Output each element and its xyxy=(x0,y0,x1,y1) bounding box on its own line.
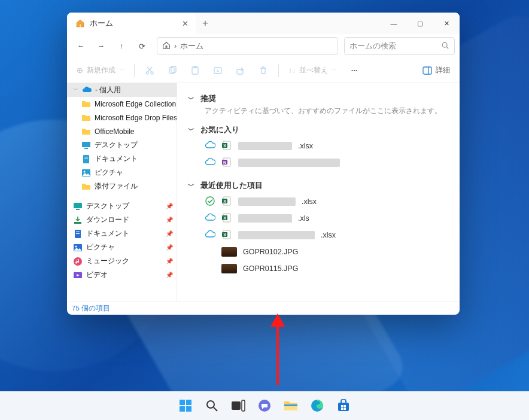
maximize-button[interactable]: ▢ xyxy=(407,13,433,34)
file-ext: .xlsx xyxy=(302,197,317,206)
minimize-button[interactable]: ― xyxy=(381,13,407,34)
chevron-down-icon: ﹀ xyxy=(332,66,337,74)
section-header[interactable]: ﹀お気に入り xyxy=(188,125,449,135)
sidebar-item[interactable]: デスクトップ xyxy=(67,138,177,152)
search-input[interactable]: ホームの検索 xyxy=(344,37,455,55)
svg-rect-51 xyxy=(186,406,191,412)
svg-rect-24 xyxy=(76,232,80,232)
sidebar-item[interactable]: ドキュメント📌 xyxy=(67,227,177,241)
cloud-icon xyxy=(205,140,215,153)
tab-home[interactable]: ホーム ✕ xyxy=(67,13,196,34)
taskbar-search[interactable] xyxy=(203,397,220,414)
pin-icon: 📌 xyxy=(166,217,173,223)
sidebar-item[interactable]: Microsoft Edge Collection xyxy=(67,97,177,111)
sidebar-item[interactable]: 添付ファイル xyxy=(67,179,177,193)
refresh-button[interactable]: ⟳ xyxy=(133,37,151,55)
new-tab-button[interactable]: + xyxy=(196,17,215,29)
file-ext: .xlsx xyxy=(298,142,313,150)
taskbar-chat[interactable] xyxy=(256,397,273,414)
svg-text:A: A xyxy=(216,68,220,74)
copy-button[interactable] xyxy=(162,62,183,80)
sidebar-item[interactable]: ピクチャ📌 xyxy=(67,241,177,254)
cut-button[interactable] xyxy=(139,62,160,80)
new-label: 新規作成 xyxy=(87,65,115,75)
close-button[interactable]: ✕ xyxy=(433,13,460,34)
sidebar-item[interactable]: Microsoft Edge Drop Files xyxy=(67,111,177,124)
address-bar[interactable]: › ホーム xyxy=(157,37,338,55)
home-icon xyxy=(162,41,171,51)
sidebar-item[interactable]: ドキュメント xyxy=(67,152,177,166)
sidebar-item[interactable]: ダウンロード📌 xyxy=(67,213,177,227)
file-item[interactable]: GOPR0115.JPG xyxy=(188,260,449,277)
chevron-down-icon: ﹀ xyxy=(73,86,78,94)
svg-point-27 xyxy=(75,245,77,247)
file-item[interactable]: X.xlsx xyxy=(188,138,449,154)
desktop-teal-icon xyxy=(73,202,83,211)
svg-rect-25 xyxy=(76,233,80,234)
delete-button[interactable] xyxy=(253,62,273,80)
up-button[interactable]: ↑ xyxy=(113,37,130,55)
svg-point-2 xyxy=(146,72,148,74)
chevron-down-icon: ﹀ xyxy=(188,126,194,135)
svg-rect-20 xyxy=(74,203,82,208)
section-header[interactable]: ﹀推奨 xyxy=(188,94,449,104)
svg-rect-14 xyxy=(84,148,88,149)
sidebar-item[interactable]: デスクトップ📌 xyxy=(67,199,177,213)
details-button[interactable]: 詳細 xyxy=(418,62,455,80)
sidebar-item-label: デスクトップ xyxy=(86,201,129,211)
item-count: 75 個の項目 xyxy=(72,304,110,313)
svg-rect-64 xyxy=(344,408,346,410)
file-item[interactable]: X.xlsx xyxy=(188,193,449,210)
tab-close-icon[interactable]: ✕ xyxy=(182,19,189,28)
file-item[interactable]: X.xls xyxy=(188,210,449,227)
svg-rect-63 xyxy=(341,408,343,410)
rename-button[interactable]: A xyxy=(208,62,228,80)
titlebar: ホーム ✕ + ― ▢ ✕ xyxy=(67,13,460,34)
section-header[interactable]: ﹀最近使用した項目 xyxy=(188,181,449,191)
video-icon xyxy=(73,270,83,280)
svg-text:X: X xyxy=(223,232,226,236)
svg-rect-55 xyxy=(242,400,245,411)
forward-button[interactable]: → xyxy=(92,37,110,55)
sidebar-item-label: Microsoft Edge Collection xyxy=(95,100,176,108)
svg-line-1 xyxy=(446,47,448,48)
sidebar-item[interactable]: ピクチャ xyxy=(67,166,177,179)
svg-text:X: X xyxy=(223,199,226,203)
more-button[interactable]: ··· xyxy=(344,62,364,80)
search-placeholder: ホームの検索 xyxy=(349,41,441,51)
sidebar-item-label: ダウンロード xyxy=(86,215,129,225)
music-icon xyxy=(73,257,83,266)
folder-icon xyxy=(81,99,91,109)
window-controls: ― ▢ ✕ xyxy=(381,13,460,34)
sidebar-item-label: OfficeMobile xyxy=(95,127,134,136)
taskbar-taskview[interactable] xyxy=(230,397,247,414)
svg-rect-62 xyxy=(344,405,346,407)
svg-rect-48 xyxy=(180,400,185,405)
sidebar-item[interactable]: ミュージック📌 xyxy=(67,254,177,268)
plus-icon: ⊕ xyxy=(77,66,83,75)
file-item[interactable]: GOPR0102.JPG xyxy=(188,244,449,260)
paste-button[interactable] xyxy=(185,62,205,80)
sidebar-item[interactable]: ビデオ📌 xyxy=(67,268,177,282)
taskbar-store[interactable] xyxy=(335,397,352,414)
new-button[interactable]: ⊕ 新規作成 ﹀ xyxy=(72,62,129,80)
breadcrumb: ホーム xyxy=(180,41,203,51)
svg-point-19 xyxy=(84,171,86,172)
excel-icon: X xyxy=(221,229,232,242)
sidebar-item[interactable]: OfficeMobile xyxy=(67,124,177,138)
back-button[interactable]: ← xyxy=(72,37,90,55)
toolbar-divider xyxy=(278,64,279,77)
sort-button[interactable]: ↑↓ 並べ替え ﹀ xyxy=(284,62,342,80)
file-item[interactable]: N xyxy=(188,154,449,171)
sidebar-item-label: デスクトップ xyxy=(95,140,138,150)
folder-icon xyxy=(81,127,91,136)
taskbar-explorer[interactable] xyxy=(282,397,299,414)
share-button[interactable] xyxy=(230,62,251,80)
status-bar: 75 個の項目 xyxy=(67,302,460,315)
svg-rect-58 xyxy=(284,404,297,406)
sidebar-item[interactable]: ﹀- 個人用 xyxy=(67,83,177,97)
section-title: お気に入り xyxy=(200,125,239,135)
file-item[interactable]: X.xlsx xyxy=(188,227,449,244)
taskbar-edge[interactable] xyxy=(309,397,326,414)
taskbar-start[interactable] xyxy=(177,397,194,414)
